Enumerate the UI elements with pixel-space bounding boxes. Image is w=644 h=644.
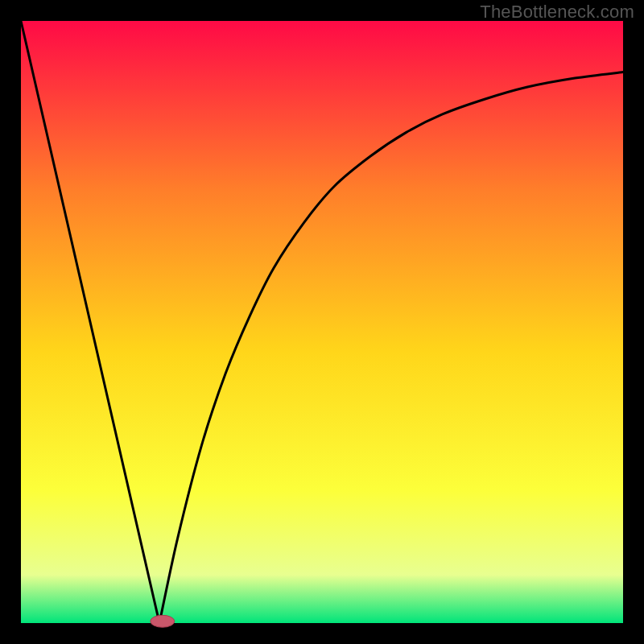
gradient-background (21, 21, 623, 623)
chart-frame: TheBottleneck.com (0, 0, 644, 644)
bottleneck-chart (0, 0, 644, 644)
watermark-text: TheBottleneck.com (480, 2, 634, 23)
optimum-marker (151, 615, 175, 627)
